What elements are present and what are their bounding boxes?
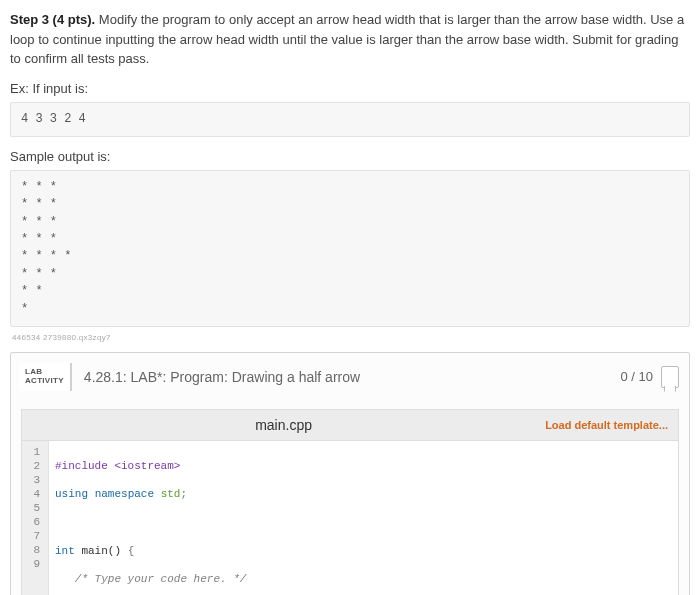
code-line <box>55 516 678 530</box>
input-label: Ex: If input is: <box>10 81 690 96</box>
lab-activity-badge: LAB ACTIVITY <box>19 363 72 391</box>
step-body: Modify the program to only accept an arr… <box>10 12 684 66</box>
line-number: 7 <box>22 529 44 543</box>
line-number: 6 <box>22 515 44 529</box>
meta-id: 446534 2739880.qx3zqy7 <box>12 333 690 342</box>
bookmark-icon[interactable] <box>661 366 679 388</box>
output-example-box: * * * * * * * * * * * * * * * * * * * * … <box>10 170 690 327</box>
step-bold: Step 3 (4 pts). <box>10 12 95 27</box>
lab-score: 0 / 10 <box>620 369 653 384</box>
line-number: 5 <box>22 501 44 515</box>
line-number: 4 <box>22 487 44 501</box>
lab-title: 4.28.1: LAB*: Program: Drawing a half ar… <box>80 369 621 385</box>
editor-container: main.cpp Load default template... 123456… <box>21 409 679 595</box>
code-line: using namespace std; <box>55 487 678 501</box>
code-line: int main() { <box>55 544 678 558</box>
lab-header: LAB ACTIVITY 4.28.1: LAB*: Program: Draw… <box>11 353 689 401</box>
line-number: 8 <box>22 543 44 557</box>
code-area[interactable]: #include <iostream> using namespace std;… <box>49 441 678 595</box>
code-line: /* Type your code here. */ <box>55 572 678 586</box>
line-number-gutter: 123456789 <box>22 441 49 595</box>
file-header: main.cpp Load default template... <box>21 409 679 440</box>
input-example-box: 4 3 3 2 4 <box>10 102 690 137</box>
line-number: 3 <box>22 473 44 487</box>
code-line: #include <iostream> <box>55 459 678 473</box>
line-number: 9 <box>22 557 44 571</box>
load-default-template-link[interactable]: Load default template... <box>545 419 668 431</box>
output-label: Sample output is: <box>10 149 690 164</box>
code-editor[interactable]: 123456789 #include <iostream> using name… <box>21 440 679 595</box>
line-number: 1 <box>22 445 44 459</box>
step-description: Step 3 (4 pts). Modify the program to on… <box>10 10 690 69</box>
line-number: 2 <box>22 459 44 473</box>
lab-badge-line2: ACTIVITY <box>25 377 64 386</box>
file-name: main.cpp <box>22 417 545 433</box>
lab-activity-card: LAB ACTIVITY 4.28.1: LAB*: Program: Draw… <box>10 352 690 595</box>
